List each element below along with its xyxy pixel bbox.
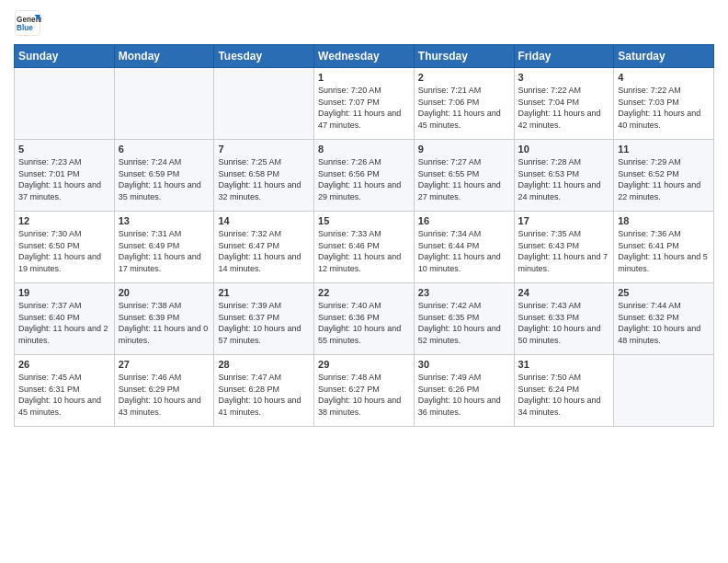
- logo-icon: General Blue: [14, 9, 41, 37]
- day-number: 26: [18, 359, 110, 370]
- calendar-cell: 3Sunrise: 7:22 AM Sunset: 7:04 PM Daylig…: [514, 68, 614, 140]
- calendar-week-2: 5Sunrise: 7:23 AM Sunset: 7:01 PM Daylig…: [15, 140, 714, 212]
- calendar-header-wednesday: Wednesday: [314, 45, 415, 68]
- calendar-cell: 12Sunrise: 7:30 AM Sunset: 6:50 PM Dayli…: [15, 212, 115, 283]
- calendar-cell: 19Sunrise: 7:37 AM Sunset: 6:40 PM Dayli…: [15, 283, 115, 355]
- day-info: Sunrise: 7:50 AM Sunset: 6:24 PM Dayligh…: [518, 372, 610, 418]
- calendar-cell: 23Sunrise: 7:42 AM Sunset: 6:35 PM Dayli…: [414, 283, 514, 355]
- calendar-cell: [114, 68, 214, 140]
- calendar-cell: 22Sunrise: 7:40 AM Sunset: 6:36 PM Dayli…: [314, 283, 415, 355]
- day-info: Sunrise: 7:26 AM Sunset: 6:56 PM Dayligh…: [318, 156, 410, 202]
- calendar-cell: 25Sunrise: 7:44 AM Sunset: 6:32 PM Dayli…: [614, 283, 714, 355]
- calendar-cell: 9Sunrise: 7:27 AM Sunset: 6:55 PM Daylig…: [414, 140, 514, 212]
- day-number: 25: [618, 287, 710, 298]
- day-info: Sunrise: 7:47 AM Sunset: 6:28 PM Dayligh…: [218, 372, 310, 418]
- day-number: 6: [119, 144, 210, 155]
- day-info: Sunrise: 7:32 AM Sunset: 6:47 PM Dayligh…: [218, 228, 310, 274]
- calendar-cell: 20Sunrise: 7:38 AM Sunset: 6:39 PM Dayli…: [114, 283, 214, 355]
- calendar-cell: 6Sunrise: 7:24 AM Sunset: 6:59 PM Daylig…: [114, 140, 214, 212]
- day-info: Sunrise: 7:35 AM Sunset: 6:43 PM Dayligh…: [518, 228, 610, 274]
- day-number: 1: [318, 72, 410, 83]
- day-info: Sunrise: 7:20 AM Sunset: 7:07 PM Dayligh…: [318, 85, 410, 131]
- calendar-header-monday: Monday: [114, 45, 214, 68]
- logo: General Blue: [14, 9, 41, 37]
- calendar-cell: 18Sunrise: 7:36 AM Sunset: 6:41 PM Dayli…: [614, 212, 714, 283]
- day-info: Sunrise: 7:21 AM Sunset: 7:06 PM Dayligh…: [418, 85, 510, 131]
- calendar-header-tuesday: Tuesday: [214, 45, 314, 68]
- page-container: General Blue SundayMondayTuesdayWednesda…: [0, 0, 728, 436]
- day-number: 23: [418, 287, 510, 298]
- day-number: 24: [518, 287, 610, 298]
- day-number: 22: [318, 287, 410, 298]
- calendar-week-1: 1Sunrise: 7:20 AM Sunset: 7:07 PM Daylig…: [15, 68, 714, 140]
- calendar-cell: 27Sunrise: 7:46 AM Sunset: 6:29 PM Dayli…: [114, 355, 214, 427]
- day-info: Sunrise: 7:42 AM Sunset: 6:35 PM Dayligh…: [418, 300, 510, 346]
- day-info: Sunrise: 7:23 AM Sunset: 7:01 PM Dayligh…: [18, 156, 110, 202]
- day-number: 15: [318, 215, 410, 226]
- calendar-header-saturday: Saturday: [614, 45, 714, 68]
- day-number: 27: [119, 359, 210, 370]
- calendar-cell: 7Sunrise: 7:25 AM Sunset: 6:58 PM Daylig…: [214, 140, 314, 212]
- day-number: 21: [218, 287, 310, 298]
- calendar-header-row: SundayMondayTuesdayWednesdayThursdayFrid…: [15, 45, 714, 68]
- calendar-week-4: 19Sunrise: 7:37 AM Sunset: 6:40 PM Dayli…: [15, 283, 714, 355]
- day-info: Sunrise: 7:22 AM Sunset: 7:04 PM Dayligh…: [518, 85, 610, 131]
- day-number: 10: [518, 144, 610, 155]
- day-number: 28: [218, 359, 310, 370]
- calendar-table: SundayMondayTuesdayWednesdayThursdayFrid…: [14, 44, 714, 427]
- day-number: 20: [119, 287, 210, 298]
- day-number: 2: [418, 72, 510, 83]
- day-number: 18: [618, 215, 710, 226]
- day-number: 14: [218, 215, 310, 226]
- day-number: 3: [518, 72, 610, 83]
- calendar-cell: 21Sunrise: 7:39 AM Sunset: 6:37 PM Dayli…: [214, 283, 314, 355]
- calendar-week-3: 12Sunrise: 7:30 AM Sunset: 6:50 PM Dayli…: [15, 212, 714, 283]
- calendar-cell: 31Sunrise: 7:50 AM Sunset: 6:24 PM Dayli…: [514, 355, 614, 427]
- calendar-cell: 1Sunrise: 7:20 AM Sunset: 7:07 PM Daylig…: [314, 68, 415, 140]
- day-number: 30: [418, 359, 510, 370]
- day-info: Sunrise: 7:46 AM Sunset: 6:29 PM Dayligh…: [119, 372, 210, 418]
- day-number: 17: [518, 215, 610, 226]
- calendar-cell: 30Sunrise: 7:49 AM Sunset: 6:26 PM Dayli…: [414, 355, 514, 427]
- day-info: Sunrise: 7:37 AM Sunset: 6:40 PM Dayligh…: [18, 300, 110, 346]
- day-number: 11: [618, 144, 710, 155]
- day-number: 16: [418, 215, 510, 226]
- calendar-header-thursday: Thursday: [414, 45, 514, 68]
- day-info: Sunrise: 7:34 AM Sunset: 6:44 PM Dayligh…: [418, 228, 510, 274]
- calendar-header-sunday: Sunday: [15, 45, 115, 68]
- day-info: Sunrise: 7:43 AM Sunset: 6:33 PM Dayligh…: [518, 300, 610, 346]
- calendar-cell: 2Sunrise: 7:21 AM Sunset: 7:06 PM Daylig…: [414, 68, 514, 140]
- day-info: Sunrise: 7:33 AM Sunset: 6:46 PM Dayligh…: [318, 228, 410, 274]
- day-info: Sunrise: 7:28 AM Sunset: 6:53 PM Dayligh…: [518, 156, 610, 202]
- day-number: 4: [618, 72, 710, 83]
- day-number: 12: [18, 215, 110, 226]
- calendar-cell: [614, 355, 714, 427]
- calendar-cell: 10Sunrise: 7:28 AM Sunset: 6:53 PM Dayli…: [514, 140, 614, 212]
- day-info: Sunrise: 7:40 AM Sunset: 6:36 PM Dayligh…: [318, 300, 410, 346]
- calendar-cell: 8Sunrise: 7:26 AM Sunset: 6:56 PM Daylig…: [314, 140, 415, 212]
- calendar-header-friday: Friday: [514, 45, 614, 68]
- calendar-week-5: 26Sunrise: 7:45 AM Sunset: 6:31 PM Dayli…: [15, 355, 714, 427]
- day-info: Sunrise: 7:31 AM Sunset: 6:49 PM Dayligh…: [119, 228, 210, 274]
- calendar-cell: 4Sunrise: 7:22 AM Sunset: 7:03 PM Daylig…: [614, 68, 714, 140]
- day-info: Sunrise: 7:29 AM Sunset: 6:52 PM Dayligh…: [618, 156, 710, 202]
- day-number: 13: [119, 215, 210, 226]
- calendar-cell: 17Sunrise: 7:35 AM Sunset: 6:43 PM Dayli…: [514, 212, 614, 283]
- day-number: 29: [318, 359, 410, 370]
- day-info: Sunrise: 7:49 AM Sunset: 6:26 PM Dayligh…: [418, 372, 510, 418]
- calendar-cell: 14Sunrise: 7:32 AM Sunset: 6:47 PM Dayli…: [214, 212, 314, 283]
- calendar-cell: 28Sunrise: 7:47 AM Sunset: 6:28 PM Dayli…: [214, 355, 314, 427]
- day-info: Sunrise: 7:39 AM Sunset: 6:37 PM Dayligh…: [218, 300, 310, 346]
- day-info: Sunrise: 7:22 AM Sunset: 7:03 PM Dayligh…: [618, 85, 710, 131]
- calendar-cell: 15Sunrise: 7:33 AM Sunset: 6:46 PM Dayli…: [314, 212, 415, 283]
- calendar-cell: 11Sunrise: 7:29 AM Sunset: 6:52 PM Dayli…: [614, 140, 714, 212]
- day-info: Sunrise: 7:27 AM Sunset: 6:55 PM Dayligh…: [418, 156, 510, 202]
- day-info: Sunrise: 7:24 AM Sunset: 6:59 PM Dayligh…: [119, 156, 210, 202]
- calendar-cell: 5Sunrise: 7:23 AM Sunset: 7:01 PM Daylig…: [15, 140, 115, 212]
- day-info: Sunrise: 7:38 AM Sunset: 6:39 PM Dayligh…: [119, 300, 210, 346]
- day-number: 7: [218, 144, 310, 155]
- day-info: Sunrise: 7:45 AM Sunset: 6:31 PM Dayligh…: [18, 372, 110, 418]
- calendar-cell: [214, 68, 314, 140]
- day-number: 19: [18, 287, 110, 298]
- calendar-cell: 24Sunrise: 7:43 AM Sunset: 6:33 PM Dayli…: [514, 283, 614, 355]
